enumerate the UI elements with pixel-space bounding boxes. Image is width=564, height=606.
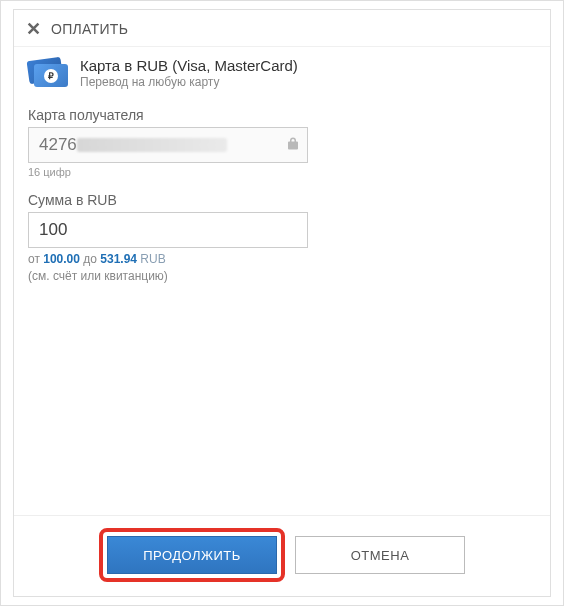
payment-method-title: Карта в RUB (Visa, MasterCard) [80,57,298,74]
modal-footer: ПРОДОЛЖИТЬ ОТМЕНА [14,515,550,596]
amount-input[interactable] [28,212,308,248]
card-icon: ₽ [28,59,68,87]
continue-button[interactable]: ПРОДОЛЖИТЬ [107,536,277,574]
amount-label: Сумма в RUB [28,192,536,208]
recipient-card-hint: 16 цифр [28,166,536,178]
continue-highlight: ПРОДОЛЖИТЬ [99,528,285,582]
recipient-card-input[interactable]: 4276 [28,127,308,163]
ruble-badge-icon: ₽ [44,69,58,83]
payment-method-subtitle: Перевод на любую карту [80,75,298,89]
form-body: Карта получателя 4276 16 цифр Сумма в RU… [14,99,550,515]
card-number-masked [77,138,227,152]
amount-group: Сумма в RUB от 100.00 до 531.94 RUB (см.… [28,192,536,285]
modal-header: ✕ ОПЛАТИТЬ [14,10,550,47]
lock-icon [287,137,299,154]
recipient-card-label: Карта получателя [28,107,536,123]
payment-modal: ✕ ОПЛАТИТЬ ₽ Карта в RUB (Visa, MasterCa… [13,9,551,597]
payment-method-row: ₽ Карта в RUB (Visa, MasterCard) Перевод… [14,47,550,99]
recipient-card-group: Карта получателя 4276 16 цифр [28,107,536,178]
card-number-prefix: 4276 [39,135,77,155]
close-icon[interactable]: ✕ [26,20,41,38]
cancel-button[interactable]: ОТМЕНА [295,536,465,574]
modal-title: ОПЛАТИТЬ [51,21,128,37]
amount-hint: от 100.00 до 531.94 RUB (см. счёт или кв… [28,251,536,285]
